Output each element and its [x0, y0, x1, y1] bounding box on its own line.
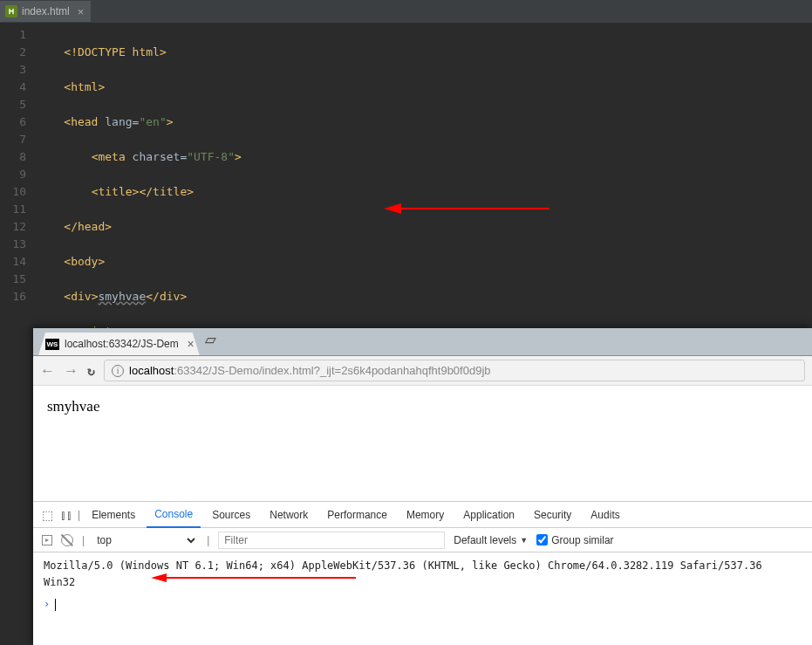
- tab-application[interactable]: Application: [455, 502, 522, 528]
- webstorm-icon: WS: [45, 339, 59, 350]
- line-number: 1: [0, 26, 26, 44]
- filter-input[interactable]: [218, 532, 445, 549]
- line-number: 13: [0, 236, 26, 253]
- tab-sources[interactable]: Sources: [204, 502, 258, 528]
- separator: |: [82, 534, 85, 546]
- close-icon[interactable]: ×: [78, 5, 85, 18]
- close-icon[interactable]: ×: [188, 337, 194, 351]
- tab-elements[interactable]: Elements: [84, 502, 143, 528]
- log-levels-dropdown[interactable]: Default levels▼: [454, 534, 528, 546]
- cursor: [55, 599, 56, 611]
- code-line: <body>: [37, 253, 317, 271]
- group-similar-checkbox[interactable]: Group similar: [536, 534, 613, 546]
- code-line: <head lang="en">: [37, 113, 317, 131]
- back-button[interactable]: ←: [40, 362, 55, 380]
- context-selector[interactable]: top: [93, 533, 198, 547]
- prompt-icon: ›: [44, 596, 50, 613]
- devtools-tab-bar: ⬚ ⫿⫿ | Elements Console Sources Network …: [33, 502, 812, 528]
- page-text: smyhvae: [47, 398, 99, 415]
- ide-editor: H index.html × 1 2 3 4 5 6 7 8 9 10 11 1…: [0, 0, 812, 312]
- url-host: localhost: [129, 364, 174, 377]
- separator: |: [207, 534, 209, 546]
- checkbox[interactable]: [536, 534, 548, 546]
- browser-tab-strip: WS localhost:63342/JS-Dem × ▱: [33, 328, 812, 356]
- code-line: <div>smyhvae</div>: [37, 288, 317, 305]
- devtools-panel: ⬚ ⫿⫿ | Elements Console Sources Network …: [33, 501, 812, 618]
- browser-toolbar: ← → ↻ i localhost:63342/JS-Demo/index.ht…: [33, 356, 812, 386]
- ide-tab-label: index.html: [22, 5, 70, 17]
- inspect-icon[interactable]: ⬚: [40, 508, 55, 522]
- separator: |: [78, 509, 80, 521]
- line-number: 7: [0, 131, 26, 148]
- line-number: 10: [0, 183, 26, 201]
- new-tab-button[interactable]: ▱: [200, 328, 222, 355]
- browser-tab[interactable]: WS localhost:63342/JS-Dem ×: [38, 333, 200, 355]
- tab-audits[interactable]: Audits: [583, 502, 627, 528]
- svg-marker-1: [384, 203, 401, 214]
- console-toolbar: ▸ | top | Default levels▼ Group similar: [33, 528, 812, 552]
- line-number: 14: [0, 253, 26, 271]
- tab-security[interactable]: Security: [526, 502, 579, 528]
- line-number: 12: [0, 218, 26, 236]
- tab-console[interactable]: Console: [147, 502, 201, 528]
- annotation-arrow-icon: [384, 200, 558, 217]
- line-number: 8: [0, 148, 26, 166]
- forward-button[interactable]: →: [64, 362, 78, 380]
- reload-button[interactable]: ↻: [87, 363, 95, 379]
- annotation-arrow-icon: [151, 571, 360, 585]
- tab-memory[interactable]: Memory: [399, 502, 452, 528]
- site-info-icon[interactable]: i: [112, 365, 124, 377]
- code-line: </head>: [37, 218, 317, 236]
- page-body: smyhvae: [33, 386, 812, 501]
- tab-network[interactable]: Network: [262, 502, 316, 528]
- line-number: 11: [0, 201, 26, 218]
- console-prompt[interactable]: ›: [44, 596, 802, 613]
- svg-marker-3: [151, 573, 167, 582]
- browser-window: WS localhost:63342/JS-Dem × ▱ ← → ↻ i lo…: [33, 328, 812, 645]
- line-number: 3: [0, 61, 26, 79]
- ide-tab-index[interactable]: H index.html ×: [0, 1, 91, 22]
- code-line: <title></title>: [37, 183, 317, 201]
- line-number: 5: [0, 96, 26, 113]
- ide-tab-bar: H index.html ×: [0, 0, 812, 23]
- browser-tab-title: localhost:63342/JS-Dem: [65, 338, 179, 350]
- line-number: 4: [0, 79, 26, 96]
- address-bar[interactable]: i localhost:63342/JS-Demo/index.html?_ij…: [104, 360, 805, 381]
- line-number: 15: [0, 271, 26, 288]
- line-number: 9: [0, 166, 26, 183]
- code-line: <!DOCTYPE html>: [37, 44, 317, 61]
- line-gutter: 1 2 3 4 5 6 7 8 9 10 11 12 13 14 15 16: [0, 26, 37, 620]
- code-line: <meta charset="UTF-8">: [37, 148, 317, 166]
- url-path: :63342/JS-Demo/index.html?_ijt=2s6k4poda…: [174, 364, 490, 377]
- console-output: Mozilla/5.0 (Windows NT 6.1; Win64; x64)…: [33, 552, 812, 618]
- tab-performance[interactable]: Performance: [319, 502, 395, 528]
- clear-console-icon[interactable]: [61, 534, 73, 546]
- chevron-down-icon: ▼: [520, 536, 528, 545]
- line-number: 6: [0, 113, 26, 131]
- html-file-icon: H: [5, 5, 17, 17]
- device-toolbar-icon[interactable]: ⫿⫿: [58, 508, 74, 522]
- line-number: 16: [0, 288, 26, 305]
- code-line: <html>: [37, 79, 317, 96]
- console-sidebar-toggle-icon[interactable]: ▸: [42, 535, 52, 546]
- line-number: 2: [0, 44, 26, 61]
